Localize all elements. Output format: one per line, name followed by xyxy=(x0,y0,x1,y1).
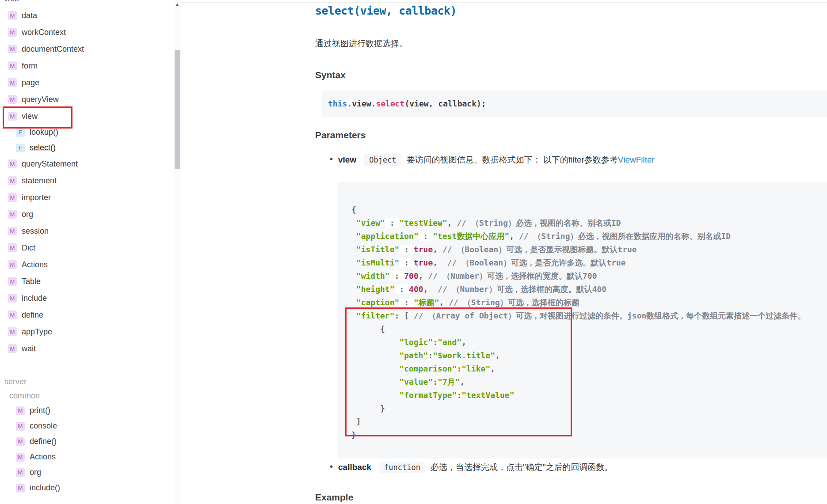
sidebar-item-statement[interactable]: Mstatement xyxy=(0,172,173,189)
code-token xyxy=(351,390,399,400)
sidebar-item-label: include xyxy=(22,294,47,303)
sidebar-item-label: define xyxy=(22,311,43,320)
sidebar-item-label: Dict xyxy=(22,243,35,253)
code-token: , xyxy=(439,298,449,307)
badge-m-icon: M xyxy=(8,260,17,269)
code-token: { xyxy=(351,324,385,333)
sidebar-item-queryview[interactable]: MqueryView xyxy=(0,91,173,108)
viewfilter-link[interactable]: ViewFilter xyxy=(618,155,655,164)
sidebar-item-wait[interactable]: Mwait xyxy=(0,340,173,357)
code-token: this xyxy=(328,99,347,108)
code-token: , xyxy=(461,337,466,347)
code-token: "filter" xyxy=(356,311,395,320)
badge-m-icon: M xyxy=(8,159,17,168)
sidebar-item-include[interactable]: Minclude xyxy=(0,290,173,307)
code-token xyxy=(351,377,399,387)
code-token: : xyxy=(385,218,400,227)
code-line: "view" : "testView", // （String）必选，视图的名称… xyxy=(351,216,827,230)
code-line: "isTitle" : true, // （Boolean）可选，是否显示视图标… xyxy=(351,243,827,256)
code-token: : xyxy=(433,337,438,347)
sidebar-item-form[interactable]: Mform xyxy=(0,57,173,74)
sidebar-item-label: workContext xyxy=(22,28,66,37)
sidebar-item-org[interactable]: Morg xyxy=(0,206,173,223)
badge-m-icon: M xyxy=(16,453,25,462)
code-token xyxy=(351,231,356,241)
code-token: . xyxy=(371,99,376,108)
sidebar-item-actions[interactable]: MActions xyxy=(0,256,173,273)
code-token: "7月" xyxy=(438,377,460,387)
sidebar-item-org[interactable]: Morg xyxy=(0,465,173,480)
code-token xyxy=(351,218,356,227)
sidebar-item-include[interactable]: Minclude() xyxy=(0,480,173,496)
code-token: : xyxy=(399,245,414,254)
sidebar-item-label: queryStatement xyxy=(22,159,78,169)
syntax-code-block: this.view.select(view, callback); xyxy=(322,91,827,117)
badge-m-icon: M xyxy=(8,243,17,252)
sidebar-section-server: server xyxy=(0,375,173,389)
code-token: : xyxy=(457,390,461,400)
json-code-block: { "view" : "testView", // （String）必选，视图的… xyxy=(338,182,827,459)
code-token: : xyxy=(395,284,409,294)
code-line: "logic":"and", xyxy=(351,336,827,349)
sidebar-item-print[interactable]: Mprint() xyxy=(0,403,173,418)
sidebar-item-label: wait xyxy=(22,344,36,353)
sidebar-item-table[interactable]: MTable xyxy=(0,273,173,290)
badge-m-icon: M xyxy=(8,327,17,336)
badge-m-icon: M xyxy=(8,344,17,353)
page-title: select(view, callback) xyxy=(315,4,457,17)
code-token xyxy=(351,245,356,254)
sidebar-item-label: documentContext xyxy=(22,45,84,54)
sidebar-item-select[interactable]: Fselect() xyxy=(0,140,173,155)
sidebar-item-label: view xyxy=(22,112,38,121)
sidebar-item-importer[interactable]: Mimporter xyxy=(0,189,173,206)
code-token: } xyxy=(351,404,385,413)
badge-m-icon: M xyxy=(8,28,17,37)
sidebar-spacer xyxy=(0,357,173,375)
sidebar-item-label: print() xyxy=(30,406,50,415)
code-token: "view" xyxy=(356,218,385,227)
sidebar-item-define[interactable]: Mdefine xyxy=(0,307,173,323)
sidebar-item-view[interactable]: Mview xyxy=(0,108,173,125)
code-token: "test数据中心应用" xyxy=(433,231,509,241)
badge-m-icon: M xyxy=(8,112,17,121)
sidebar-item-label: importer xyxy=(22,193,51,202)
code-token: { xyxy=(351,205,356,214)
sidebar-item-actions[interactable]: MActions xyxy=(0,449,173,465)
sidebar-item-define[interactable]: Mdefine() xyxy=(0,434,173,449)
sidebar-item-workcontext[interactable]: MworkContext xyxy=(0,24,173,41)
code-token xyxy=(351,337,399,347)
badge-m-icon: M xyxy=(8,95,17,104)
sidebar-item-page[interactable]: Mpage xyxy=(0,74,173,91)
code-token: . xyxy=(347,99,352,108)
badge-m-icon: M xyxy=(16,406,25,415)
code-token: , xyxy=(495,351,500,360)
code-token: : xyxy=(428,351,433,360)
code-token: : xyxy=(457,364,461,373)
param-name: callback xyxy=(338,462,371,472)
sidebar-item-label: include() xyxy=(30,483,60,493)
param-type-chip: function xyxy=(379,462,425,473)
bullet-icon: • xyxy=(330,462,333,471)
code-token: : xyxy=(395,311,400,320)
code-line: } xyxy=(351,428,827,442)
sidebar-item-lookup[interactable]: Flookup() xyxy=(0,125,173,140)
code-token: , xyxy=(433,245,442,254)
code-token xyxy=(351,351,399,360)
sidebar-item-apptype[interactable]: MappType xyxy=(0,323,173,340)
code-line: } xyxy=(351,402,827,415)
sidebar-item-querystatement[interactable]: MqueryStatement xyxy=(0,155,173,172)
sidebar-item-dict[interactable]: MDict xyxy=(0,239,173,256)
sidebar-item-data[interactable]: Mdata xyxy=(0,7,173,24)
sidebar-item-console[interactable]: Mconsole xyxy=(0,418,173,434)
code-line: "value":"7月", xyxy=(351,375,827,389)
code-token: // （Number）可选，选择框的高度。默认400 xyxy=(438,284,606,294)
code-token: : xyxy=(433,377,438,387)
code-token: , xyxy=(433,258,447,267)
code-token xyxy=(351,364,399,373)
sidebar-item-documentcontext[interactable]: MdocumentContext xyxy=(0,41,173,57)
syntax-heading: Syntax xyxy=(315,70,346,80)
sidebar-item-session[interactable]: Msession xyxy=(0,223,173,239)
code-token: "formatType" xyxy=(399,390,457,400)
json-code: { "view" : "testView", // （String）必选，视图的… xyxy=(338,182,827,442)
code-token xyxy=(351,298,356,307)
